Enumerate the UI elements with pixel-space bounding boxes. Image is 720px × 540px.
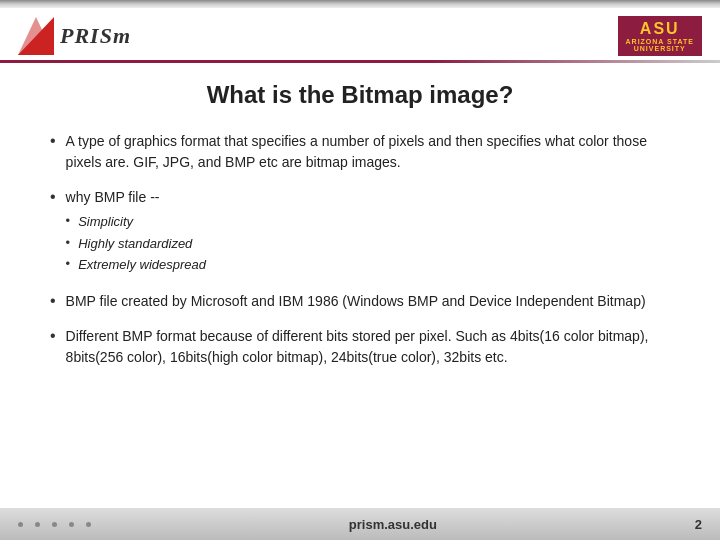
bullet-dot-3: •: [50, 292, 56, 310]
asu-logo-box: ASU ARIZONA STATE UNIVERSITY: [618, 16, 702, 56]
header: PRISm ASU ARIZONA STATE UNIVERSITY: [0, 8, 720, 60]
bullet-text-3: BMP file created by Microsoft and IBM 19…: [66, 291, 646, 312]
top-bar: [0, 0, 720, 8]
prism-logo-icon: [18, 17, 54, 55]
bullet-text-4: Different BMP format because of differen…: [66, 326, 670, 368]
footer-dots: [18, 522, 91, 527]
slide-title: What is the Bitmap image?: [50, 81, 670, 109]
footer-dot-1: [18, 522, 23, 527]
footer-page: 2: [695, 517, 702, 532]
footer-dot-2: [35, 522, 40, 527]
bullet-3: • BMP file created by Microsoft and IBM …: [50, 291, 670, 312]
sub-bullet-2-1: • Simplicity: [66, 212, 206, 232]
footer-url: prism.asu.edu: [349, 517, 437, 532]
bullet-dot-2: •: [50, 188, 56, 206]
sub-bullet-dot-2-2: •: [66, 235, 71, 250]
sub-bullets-2: • Simplicity • Highly standardized • Ext…: [66, 212, 206, 275]
sub-bullet-dot-2-1: •: [66, 213, 71, 228]
slide: PRISm ASU ARIZONA STATE UNIVERSITY What …: [0, 0, 720, 540]
sub-bullet-2-2: • Highly standardized: [66, 234, 206, 254]
sub-bullet-text-2-3: Extremely widespread: [78, 255, 206, 275]
bullet-dot-4: •: [50, 327, 56, 345]
bullet-1: • A type of graphics format that specifi…: [50, 131, 670, 173]
bullet-content-2: why BMP file -- • Simplicity • Highly st…: [66, 187, 206, 277]
prism-logo: PRISm: [18, 17, 131, 55]
bullet-4: • Different BMP format because of differ…: [50, 326, 670, 368]
sub-bullet-text-2-1: Simplicity: [78, 212, 133, 232]
footer-dot-5: [86, 522, 91, 527]
sub-bullet-2-3: • Extremely widespread: [66, 255, 206, 275]
prism-logo-text: PRISm: [60, 23, 131, 49]
sub-bullet-dot-2-3: •: [66, 256, 71, 271]
asu-abbrev: ASU: [640, 20, 680, 37]
footer: prism.asu.edu 2: [0, 508, 720, 540]
bullet-dot-1: •: [50, 132, 56, 150]
asu-logo: ASU ARIZONA STATE UNIVERSITY: [618, 16, 702, 56]
main-content: What is the Bitmap image? • A type of gr…: [0, 63, 720, 508]
bullet-2: • why BMP file -- • Simplicity • Highly …: [50, 187, 670, 277]
footer-dot-3: [52, 522, 57, 527]
bullet-text-1: A type of graphics format that specifies…: [66, 131, 670, 173]
bullet-text-2: why BMP file --: [66, 187, 206, 208]
sub-bullet-text-2-2: Highly standardized: [78, 234, 192, 254]
footer-dot-4: [69, 522, 74, 527]
